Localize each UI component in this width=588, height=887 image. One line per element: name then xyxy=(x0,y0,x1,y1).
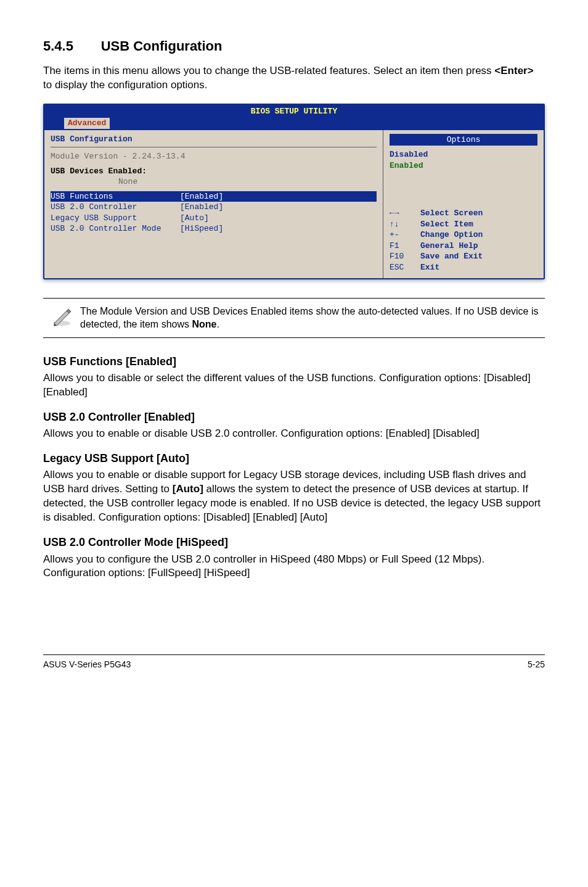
note-post: . xyxy=(216,319,219,329)
para-legacy-usb: Allows you to enable or disable support … xyxy=(43,468,545,525)
note-block: The Module Version and USB Devices Enabl… xyxy=(43,298,545,338)
heading-usb20-mode: USB 2.0 Controller Mode [HiSpeed] xyxy=(43,535,545,550)
bios-devices-value: None xyxy=(118,177,137,186)
legacy-bold: [Auto] xyxy=(173,483,203,495)
bios-row-value: [Auto] xyxy=(180,213,209,224)
help-key: ESC xyxy=(390,262,420,273)
bios-utility-title: BIOS SETUP UTILITY xyxy=(48,105,540,118)
bios-option-disabled[interactable]: Disabled xyxy=(390,149,537,160)
bios-options-title: Options xyxy=(390,134,537,146)
bios-devices-label: USB Devices Enabled: xyxy=(51,167,147,176)
bios-left-pane: USB Configuration Module Version - 2.24.… xyxy=(44,130,383,278)
para-usb-functions: Allows you to disable or select the diff… xyxy=(43,371,545,400)
help-key: +- xyxy=(390,229,420,241)
note-bold: None xyxy=(192,319,216,329)
footer-right: 5-25 xyxy=(528,659,545,670)
note-pre: The Module Version and USB Devices Enabl… xyxy=(80,306,539,330)
section-title: USB Configuration xyxy=(101,37,223,56)
bios-devices-row: USB Devices Enabled: None xyxy=(51,166,377,188)
bios-row-label: Legacy USB Support xyxy=(51,213,180,224)
bios-help-keys: ←→Select Screen ↑↓Select Item +-Change O… xyxy=(383,208,544,273)
bios-row-usb20-mode[interactable]: USB 2.0 Controller Mode [HiSpeed] xyxy=(51,223,377,234)
help-key: ↑↓ xyxy=(390,219,420,230)
bios-options-list: Disabled Enabled xyxy=(383,149,544,171)
heading-usb20-controller: USB 2.0 Controller [Enabled] xyxy=(43,410,545,424)
bios-row-usb20-controller[interactable]: USB 2.0 Controller [Enabled] xyxy=(51,202,377,213)
help-desc: General Help xyxy=(420,241,478,250)
note-text: The Module Version and USB Devices Enabl… xyxy=(80,305,545,331)
footer-left: ASUS V-Series P5G43 xyxy=(43,659,131,670)
para-usb20-controller: Allows you to enable or disable USB 2.0 … xyxy=(43,427,545,441)
help-desc: Select Item xyxy=(420,220,473,229)
bios-row-label: USB 2.0 Controller xyxy=(51,202,180,213)
bios-tab-advanced[interactable]: Advanced xyxy=(64,118,110,129)
bios-row-usb-functions[interactable]: USB Functions [Enabled] xyxy=(51,191,377,202)
bios-row-value: [Enabled] xyxy=(180,191,223,202)
pencil-icon xyxy=(43,305,80,327)
help-desc: Save and Exit xyxy=(420,252,483,261)
bios-window: BIOS SETUP UTILITY Advanced USB Configur… xyxy=(43,104,545,279)
bios-body: USB Configuration Module Version - 2.24.… xyxy=(43,129,545,279)
help-key: F10 xyxy=(390,251,420,262)
bios-row-value: [HiSpeed] xyxy=(180,223,223,234)
help-desc: Exit xyxy=(420,263,439,272)
section-number: 5.4.5 xyxy=(43,37,73,56)
bios-row-value: [Enabled] xyxy=(180,202,223,213)
heading-legacy-usb: Legacy USB Support [Auto] xyxy=(43,451,545,466)
heading-usb-functions: USB Functions [Enabled] xyxy=(43,354,545,369)
help-key: ←→ xyxy=(390,208,420,219)
bios-row-label: USB Functions xyxy=(51,191,180,202)
intro-paragraph: The items in this menu allows you to cha… xyxy=(43,64,545,93)
para-usb20-mode: Allows you to configure the USB 2.0 cont… xyxy=(43,553,545,581)
bios-option-enabled[interactable]: Enabled xyxy=(390,160,537,171)
help-key: F1 xyxy=(390,241,420,252)
bios-row-label: USB 2.0 Controller Mode xyxy=(51,223,180,234)
section-heading: 5.4.5 USB Configuration xyxy=(43,37,545,56)
bios-titlebar: BIOS SETUP UTILITY Advanced xyxy=(43,104,545,129)
intro-post: to display the configuration options. xyxy=(43,79,208,91)
bios-row-legacy-usb[interactable]: Legacy USB Support [Auto] xyxy=(51,213,377,224)
bios-left-header: USB Configuration xyxy=(51,134,377,148)
intro-key: <Enter> xyxy=(494,65,533,76)
help-desc: Change Option xyxy=(420,230,483,239)
help-desc: Select Screen xyxy=(420,208,483,218)
bios-module-version: Module Version - 2.24.3-13.4 xyxy=(51,151,377,162)
page-footer: ASUS V-Series P5G43 5-25 xyxy=(43,654,545,670)
bios-right-pane: Options Disabled Enabled ←→Select Screen… xyxy=(383,130,544,278)
intro-pre: The items in this menu allows you to cha… xyxy=(43,65,494,76)
